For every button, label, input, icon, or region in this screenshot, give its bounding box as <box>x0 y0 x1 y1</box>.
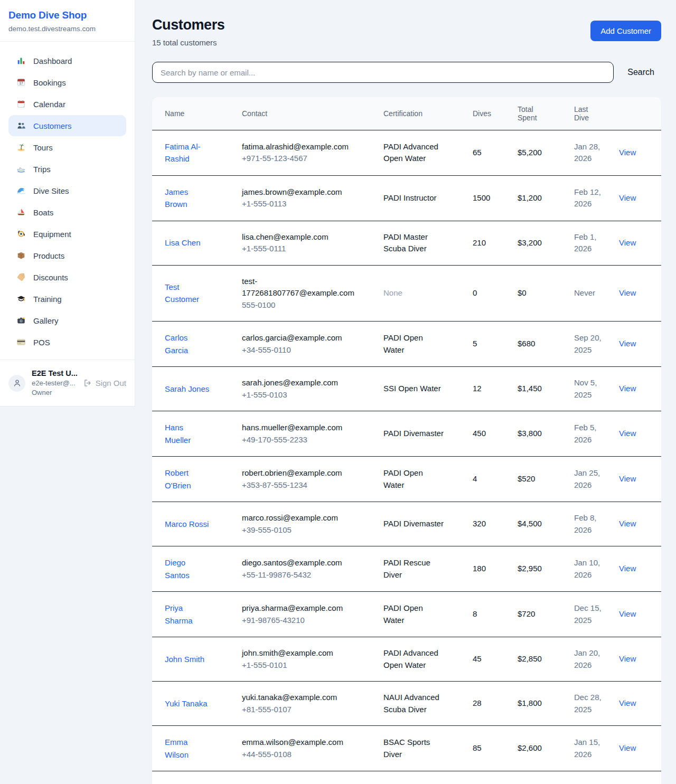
customer-phone: +49-170-555-2233 <box>242 434 362 446</box>
search-button[interactable]: Search <box>614 68 661 77</box>
customer-last-dive: Jan 25, 2026 <box>561 457 618 502</box>
sidebar-item-label: Customers <box>33 121 72 130</box>
user-email: e2e-tester@... <box>32 379 77 388</box>
search-row: Search <box>152 62 661 83</box>
sidebar-item-trips[interactable]: Trips <box>8 158 126 180</box>
view-customer-link[interactable]: View <box>619 474 636 483</box>
customer-name-link[interactable]: Hans Mueller <box>165 423 191 445</box>
customer-phone: +353-87-555-1234 <box>242 479 362 492</box>
customer-phone: +1-555-0111 <box>242 243 362 255</box>
sidebar-item-discounts[interactable]: Discounts <box>8 267 126 288</box>
sidebar-item-pos[interactable]: POS <box>8 332 126 353</box>
customer-name-link[interactable]: Fatima Al-Rashid <box>165 142 201 164</box>
view-customer-link[interactable]: View <box>619 429 636 438</box>
sidebar-item-bookings[interactable]: 17Bookings <box>8 72 126 93</box>
customer-name-link[interactable]: John Smith <box>165 655 204 664</box>
sign-out-label: Sign Out <box>96 379 126 388</box>
view-customer-link[interactable]: View <box>619 743 636 752</box>
customer-email: test-1772681807767@example.com <box>242 276 362 299</box>
column-header-total-spent: Total Spent <box>505 97 561 130</box>
shop-name: Demo Dive Shop <box>8 10 126 21</box>
customer-certification: PADI Advanced Open Water <box>371 130 460 175</box>
add-customer-button[interactable]: Add Customer <box>590 21 661 41</box>
customer-name-link[interactable]: Yuki Tanaka <box>165 699 208 708</box>
customer-total-spent: $720 <box>505 592 561 637</box>
customer-email: sarah.jones@example.com <box>242 377 362 389</box>
sidebar-item-products[interactable]: Products <box>8 245 126 266</box>
search-input[interactable] <box>152 62 614 83</box>
customer-total-spent: $3,800 <box>505 411 561 457</box>
customer-dives: 8 <box>460 592 505 637</box>
view-customer-link[interactable]: View <box>619 339 636 348</box>
sidebar-item-label: Bookings <box>33 78 66 87</box>
sidebar-header: Demo Dive Shop demo.test.divestreams.com <box>0 0 135 42</box>
customer-email: fatima.alrashid@example.com <box>242 141 362 153</box>
customer-last-dive: Jan 10, 2026 <box>561 546 618 592</box>
speedboat-icon <box>16 164 26 174</box>
sign-out-button[interactable]: Sign Out <box>83 379 126 388</box>
view-customer-link[interactable]: View <box>619 564 636 573</box>
sidebar-item-dashboard[interactable]: Dashboard <box>8 50 126 71</box>
view-customer-link[interactable]: View <box>619 148 636 157</box>
graduation-cap-icon <box>16 294 26 304</box>
customer-certification: PADI Master Scuba Diver <box>371 221 460 265</box>
sidebar-item-calendar[interactable]: Calendar <box>8 93 126 115</box>
sidebar-item-label: Calendar <box>33 100 65 109</box>
sidebar-item-equipment[interactable]: Equipment <box>8 223 126 244</box>
table-row: Diego Santos diego.santos@example.com +5… <box>152 546 661 592</box>
customer-email: robert.obrien@example.com <box>242 467 362 479</box>
view-customer-link[interactable]: View <box>619 698 636 707</box>
view-customer-link[interactable]: View <box>619 609 636 618</box>
sidebar-item-training[interactable]: Training <box>8 288 126 309</box>
customer-name-link[interactable]: Priya Sharma <box>165 603 193 625</box>
customer-phone: +34-555-0110 <box>242 344 362 356</box>
user-info: E2E Test U... e2e-tester@... Owner <box>32 369 77 397</box>
customer-phone: +971-55-123-4567 <box>242 153 362 165</box>
view-customer-link[interactable]: View <box>619 519 636 528</box>
sidebar-item-gallery[interactable]: Gallery <box>8 310 126 331</box>
sidebar-item-label: Dive Sites <box>33 186 69 195</box>
view-customer-link[interactable]: View <box>619 654 636 663</box>
customer-dives: 85 <box>460 726 505 771</box>
customer-name-link[interactable]: Emma Wilson <box>165 738 189 759</box>
sidebar-item-dive-sites[interactable]: Dive Sites <box>8 180 126 201</box>
customer-dives: 95 <box>460 771 505 784</box>
customer-last-dive: Feb 1, 2026 <box>561 221 618 265</box>
page-title: Customers <box>152 17 224 33</box>
customer-total-spent: $2,950 <box>505 546 561 592</box>
customer-name-link[interactable]: Robert O'Brien <box>165 468 191 490</box>
table-row: Yuki Tanaka yuki.tanaka@example.com +81-… <box>152 682 661 726</box>
sidebar-item-customers[interactable]: Customers <box>8 115 126 136</box>
customer-certification: BSAC Sports Diver <box>371 726 460 771</box>
app: Demo Dive Shop demo.test.divestreams.com… <box>0 0 676 784</box>
sidebar-item-tours[interactable]: Tours <box>8 137 126 158</box>
sidebar-item-boats[interactable]: Boats <box>8 202 126 223</box>
sidebar-nav: Dashboard17BookingsCalendarCustomersTour… <box>0 42 135 360</box>
customer-name-link[interactable]: James Brown <box>165 187 188 209</box>
customer-name-link[interactable]: Diego Santos <box>165 558 190 580</box>
customer-total-spent: $2,850 <box>505 637 561 682</box>
customer-email: emma.wilson@example.com <box>242 736 362 749</box>
customer-name-link[interactable]: Sarah Jones <box>165 384 209 393</box>
customer-last-dive: Jan 20, 2026 <box>561 637 618 682</box>
view-customer-link[interactable]: View <box>619 193 636 202</box>
customer-email: diego.santos@example.com <box>242 557 362 569</box>
customer-name-link[interactable]: Lisa Chen <box>165 238 201 247</box>
customer-last-dive: Never <box>561 265 618 322</box>
customer-dives: 5 <box>460 322 505 367</box>
customer-last-dive: Dec 28, 2025 <box>561 682 618 726</box>
view-customer-link[interactable]: View <box>619 238 636 247</box>
customer-name-link[interactable]: Test Customer <box>165 282 199 304</box>
customer-last-dive: Sep 20, 2025 <box>561 322 618 367</box>
svg-text:17: 17 <box>19 81 23 85</box>
view-customer-link[interactable]: View <box>619 288 636 297</box>
customer-phone: +1-555-0101 <box>242 659 362 672</box>
customer-phone: +1-555-0113 <box>242 198 362 210</box>
customer-name-link[interactable]: Marco Rossi <box>165 519 209 528</box>
view-customer-link[interactable]: View <box>619 384 636 393</box>
customer-name-link[interactable]: Carlos Garcia <box>165 333 188 355</box>
sidebar-item-label: Gallery <box>33 316 59 325</box>
customer-dives: 28 <box>460 682 505 726</box>
table-header-row: NameContactCertificationDivesTotal Spent… <box>152 97 661 130</box>
table-row: Hans Mueller hans.mueller@example.com +4… <box>152 411 661 457</box>
